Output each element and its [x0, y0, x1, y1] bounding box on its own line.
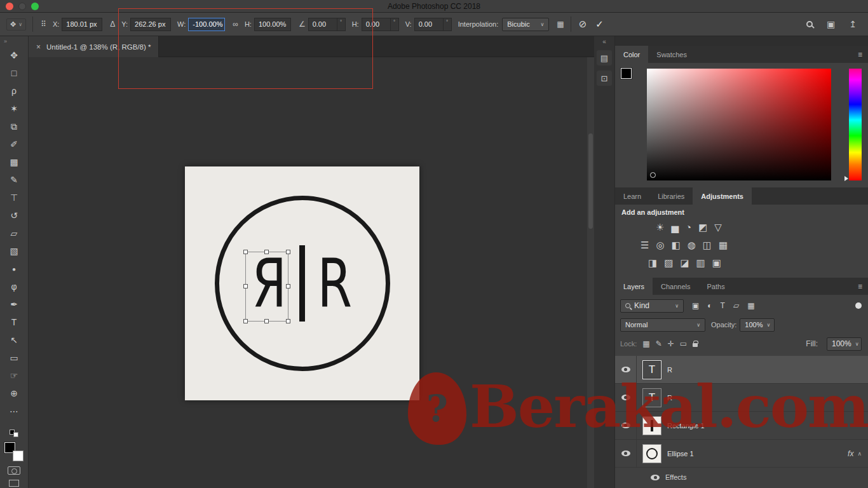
transform-handle[interactable] [243, 284, 248, 288]
transform-handle[interactable] [243, 250, 248, 254]
history-brush-tool-icon[interactable]: ↺ [0, 207, 28, 224]
threshold-icon[interactable]: ◪ [680, 257, 689, 269]
screen-mode-icon[interactable] [9, 480, 19, 487]
close-window-button[interactable] [6, 3, 13, 10]
transform-handle[interactable] [286, 284, 290, 288]
workspace-icon[interactable]: ▣ [827, 19, 835, 29]
y-position-input[interactable]: 262.26 px [130, 18, 171, 31]
pen-tool-icon[interactable]: ✒ [0, 295, 28, 313]
lock-position-icon[interactable]: ✛ [668, 339, 674, 348]
expand-toolbar-icon[interactable]: » [0, 36, 28, 46]
posterize-icon[interactable]: ▨ [664, 257, 673, 269]
link-dimensions-icon[interactable]: ∞ [233, 20, 238, 29]
default-colors-icon[interactable] [10, 430, 18, 437]
hue-saturation-icon[interactable]: ☰ [641, 240, 649, 251]
effects-row[interactable]: Effects [615, 469, 868, 485]
zoom-tool-icon[interactable]: ⊕ [0, 384, 28, 402]
quick-mask-icon[interactable] [8, 466, 20, 475]
properties-panel-icon[interactable]: ▤ [597, 50, 612, 65]
filter-shape-layers-icon[interactable]: ▱ [733, 301, 739, 310]
x-position-input[interactable]: 180.01 px [62, 18, 102, 31]
eraser-tool-icon[interactable]: ▱ [0, 224, 28, 242]
saturation-brightness-field[interactable] [647, 69, 831, 180]
selective-color-icon[interactable]: ▣ [712, 257, 721, 269]
tab-libraries[interactable]: Libraries [649, 187, 693, 205]
black-white-icon[interactable]: ◧ [672, 240, 681, 251]
close-tab-icon[interactable]: × [36, 43, 41, 51]
transform-handle[interactable] [264, 250, 269, 254]
layer-visibility-toggle[interactable] [615, 412, 637, 439]
collapse-effects-icon[interactable]: ∧ [857, 451, 862, 457]
cancel-transform-icon[interactable]: ⊘ [579, 18, 587, 30]
layer-thumbnail[interactable]: T [642, 360, 661, 379]
v-skew-input[interactable]: 0.00 [414, 18, 444, 31]
collapse-panels-icon[interactable]: « [594, 36, 614, 45]
lock-transparency-icon[interactable]: ▦ [642, 339, 649, 348]
tab-layers[interactable]: Layers [615, 278, 653, 295]
tool-preset-button[interactable]: ✥ ∨ [6, 18, 26, 30]
canvas[interactable]: Я R [29, 57, 594, 488]
layer-visibility-toggle[interactable] [615, 356, 637, 383]
hue-slider[interactable] [849, 69, 862, 180]
canvas-vertical-scrollbar[interactable] [587, 57, 594, 488]
layer-thumbnail[interactable]: T [642, 388, 661, 407]
photo-filter-icon[interactable]: ◍ [688, 240, 696, 251]
gradient-map-icon[interactable]: ▥ [696, 257, 705, 269]
tab-swatches[interactable]: Swatches [648, 46, 695, 63]
opacity-dropdown[interactable]: 100% ∨ [740, 318, 775, 332]
search-icon[interactable] [806, 21, 813, 27]
gradient-tool-icon[interactable]: ▧ [0, 242, 28, 260]
minimize-window-button[interactable] [18, 3, 26, 10]
filter-pixel-layers-icon[interactable]: ▣ [692, 301, 699, 310]
marquee-tool-icon[interactable]: □ [0, 64, 28, 82]
h-skew-input[interactable]: 0.00 [362, 18, 391, 31]
brush-tool-icon[interactable]: ✎ [0, 171, 28, 189]
tab-learn[interactable]: Learn [615, 187, 649, 205]
color-balance-icon[interactable]: ◎ [656, 240, 664, 251]
commit-transform-icon[interactable]: ✓ [595, 18, 604, 30]
zoom-window-button[interactable] [31, 3, 39, 10]
warp-mode-icon[interactable]: ▦ [557, 20, 564, 29]
filter-adjustment-layers-icon[interactable]: ◐ [707, 301, 712, 310]
color-field-cursor[interactable] [650, 172, 656, 178]
document-tab[interactable]: × Untitled-1 @ 138% (R, RGB/8) * [29, 36, 159, 57]
type-tool-icon[interactable]: T [0, 313, 28, 331]
filter-type-layers-icon[interactable]: T [721, 301, 725, 310]
magic-wand-tool-icon[interactable]: ✶ [0, 100, 28, 118]
interpolation-dropdown[interactable]: Bicubic ∨ [502, 18, 549, 31]
transform-handle[interactable] [264, 319, 269, 323]
tab-channels[interactable]: Channels [653, 278, 698, 295]
eyedropper-tool-icon[interactable]: ✐ [0, 135, 28, 153]
kind-filter-dropdown[interactable]: Kind ∨ [620, 299, 684, 313]
dodge-tool-icon[interactable]: φ [0, 278, 28, 295]
layer-row[interactable]: T R [615, 384, 868, 412]
rectangle-tool-icon[interactable]: ▭ [0, 349, 28, 367]
blur-tool-icon[interactable]: ● [0, 260, 28, 278]
layer-effects-badge[interactable]: fx ∧ [848, 449, 862, 458]
layer-name[interactable]: R [667, 366, 672, 374]
channel-mixer-icon[interactable]: ◫ [703, 240, 712, 251]
hue-slider-marker[interactable] [844, 176, 848, 181]
exposure-icon[interactable]: ◩ [698, 222, 707, 233]
reference-point-icon[interactable]: ⠿ [41, 20, 46, 29]
lock-all-icon[interactable] [693, 343, 698, 347]
layer-name[interactable]: R [667, 394, 672, 402]
eye-icon[interactable] [651, 475, 660, 480]
blend-mode-dropdown[interactable]: Normal ∨ [620, 318, 705, 332]
tab-adjustments[interactable]: Adjustments [693, 187, 752, 205]
lock-artboard-icon[interactable]: ▭ [680, 339, 687, 348]
filter-smart-object-icon[interactable]: ▦ [747, 301, 754, 310]
layer-row[interactable]: Rectangle 1 [615, 412, 868, 440]
scrollbar-thumb[interactable] [588, 133, 593, 229]
color-lookup-icon[interactable]: ▦ [719, 240, 728, 251]
layer-visibility-toggle[interactable] [615, 384, 637, 411]
transform-handle[interactable] [286, 250, 290, 254]
invert-icon[interactable]: ◨ [648, 257, 657, 269]
brightness-contrast-icon[interactable]: ☀ [656, 222, 664, 233]
panel-menu-icon[interactable]: ≡ [858, 282, 862, 291]
foreground-color-swatch[interactable] [621, 68, 632, 79]
layer-visibility-toggle[interactable] [615, 440, 637, 467]
width-scale-input[interactable]: -100.00% [188, 18, 225, 31]
stroke-effect-row[interactable]: Stroke [615, 485, 868, 488]
transform-handle[interactable] [243, 319, 248, 323]
